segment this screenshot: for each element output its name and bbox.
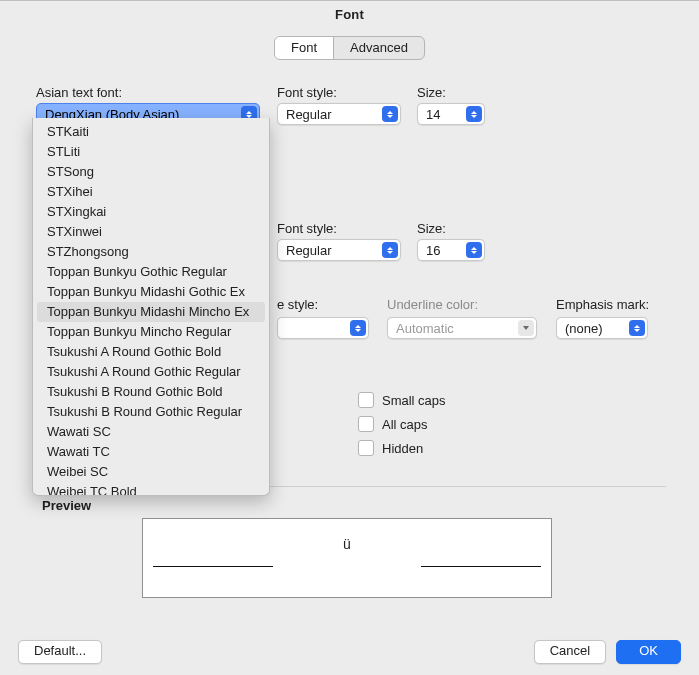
font-option[interactable]: STKaiti — [33, 122, 269, 142]
tab-bar: Font Advanced — [0, 36, 699, 60]
default-button[interactable]: Default... — [18, 640, 102, 664]
emphasis-mark-label: Emphasis mark: — [556, 297, 649, 312]
size-value-2: 16 — [426, 243, 440, 258]
font-option[interactable]: Tsukushi B Round Gothic Bold — [33, 382, 269, 402]
window-title: Font — [0, 1, 699, 28]
font-option[interactable]: Tsukushi B Round Gothic Regular — [33, 402, 269, 422]
tab-advanced[interactable]: Advanced — [333, 37, 424, 59]
underline-style-suffix: e style: — [277, 297, 318, 312]
baseline — [421, 566, 541, 567]
updown-icon — [466, 242, 482, 258]
all-caps-label: All caps — [382, 417, 428, 432]
asian-font-dropdown[interactable]: STKaitiSTLitiSTSongSTXiheiSTXingkaiSTXin… — [32, 118, 270, 496]
font-style-value-2: Regular — [286, 243, 332, 258]
updown-icon — [629, 320, 645, 336]
font-option[interactable]: Wawati TC — [33, 442, 269, 462]
size-value-1: 14 — [426, 107, 440, 122]
font-option[interactable]: Weibei SC — [33, 462, 269, 482]
font-option[interactable]: STXingkai — [33, 202, 269, 222]
all-caps-checkbox[interactable]: All caps — [358, 416, 428, 432]
emphasis-mark-combo[interactable]: (none) — [556, 317, 648, 339]
size-label-1: Size: — [417, 85, 446, 100]
font-option[interactable]: Toppan Bunkyu Mincho Regular — [33, 322, 269, 342]
font-dialog: Font Font Advanced Asian text font: Font… — [0, 0, 699, 675]
updown-icon — [382, 242, 398, 258]
font-option[interactable]: Weibei TC Bold — [33, 482, 269, 496]
size-label-2: Size: — [417, 221, 446, 236]
tab-font[interactable]: Font — [275, 37, 333, 59]
font-option[interactable]: STXihei — [33, 182, 269, 202]
baseline — [153, 566, 273, 567]
ok-button[interactable]: OK — [616, 640, 681, 664]
small-caps-label: Small caps — [382, 393, 446, 408]
font-style-label-2: Font style: — [277, 221, 337, 236]
checkbox-box — [358, 416, 374, 432]
checkbox-box — [358, 440, 374, 456]
size-combo-1[interactable]: 14 — [417, 103, 485, 125]
updown-icon — [466, 106, 482, 122]
preview-box: ü — [142, 518, 552, 598]
asian-font-label: Asian text font: — [36, 85, 122, 100]
font-option[interactable]: STZhongsong — [33, 242, 269, 262]
underline-color-label: Underline color: — [387, 297, 478, 312]
size-combo-2[interactable]: 16 — [417, 239, 485, 261]
updown-icon — [382, 106, 398, 122]
font-option[interactable]: STXinwei — [33, 222, 269, 242]
font-option[interactable]: Tsukushi A Round Gothic Regular — [33, 362, 269, 382]
emphasis-mark-value: (none) — [565, 321, 603, 336]
font-option[interactable]: STLiti — [33, 142, 269, 162]
font-style-combo-2[interactable]: Regular — [277, 239, 401, 261]
font-style-combo-1[interactable]: Regular — [277, 103, 401, 125]
underline-color-value: Automatic — [396, 321, 454, 336]
underline-style-combo[interactable] — [277, 317, 369, 339]
font-option[interactable]: Toppan Bunkyu Gothic Regular — [33, 262, 269, 282]
underline-color-combo: Automatic — [387, 317, 537, 339]
chevron-down-icon — [518, 320, 534, 336]
font-option[interactable]: Toppan Bunkyu Midashi Mincho Ex — [37, 302, 265, 322]
font-option[interactable]: Wawati SC — [33, 422, 269, 442]
preview-label: Preview — [42, 498, 91, 513]
small-caps-checkbox[interactable]: Small caps — [358, 392, 446, 408]
font-style-label-1: Font style: — [277, 85, 337, 100]
checkbox-box — [358, 392, 374, 408]
hidden-label: Hidden — [382, 441, 423, 456]
updown-icon — [350, 320, 366, 336]
hidden-checkbox[interactable]: Hidden — [358, 440, 423, 456]
preview-glyph: ü — [343, 536, 351, 552]
font-option[interactable]: Tsukushi A Round Gothic Bold — [33, 342, 269, 362]
font-option[interactable]: STSong — [33, 162, 269, 182]
font-style-value-1: Regular — [286, 107, 332, 122]
dialog-footer: Default... Cancel OK — [0, 640, 699, 664]
cancel-button[interactable]: Cancel — [534, 640, 606, 664]
font-option[interactable]: Toppan Bunkyu Midashi Gothic Ex — [33, 282, 269, 302]
